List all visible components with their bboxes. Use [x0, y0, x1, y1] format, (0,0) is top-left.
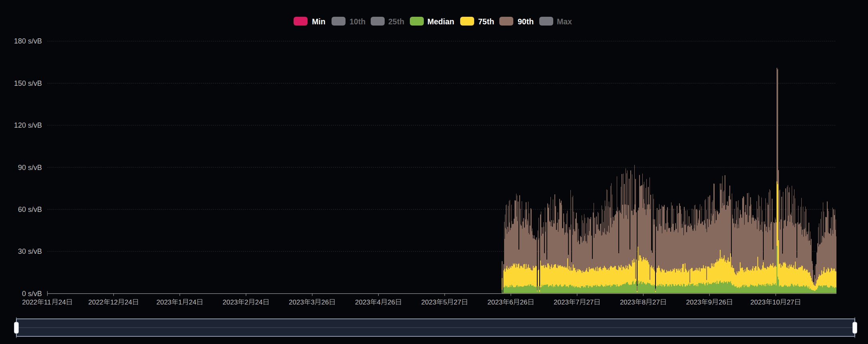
svg-text:2023: 2023 — [355, 299, 370, 306]
svg-text:30 s/vB: 30 s/vB — [18, 247, 42, 255]
svg-text:0 s/vB: 0 s/vB — [22, 290, 42, 298]
svg-text:27: 27 — [652, 299, 660, 306]
svg-text:6: 6 — [509, 299, 513, 306]
svg-text:2023: 2023 — [487, 299, 503, 306]
svg-text:27: 27 — [454, 299, 461, 306]
svg-text:75th: 75th — [478, 17, 494, 26]
svg-text:24: 24 — [125, 299, 132, 306]
svg-text:25th: 25th — [388, 17, 404, 26]
svg-text:27: 27 — [787, 299, 794, 306]
svg-text:120 s/vB: 120 s/vB — [14, 121, 42, 129]
svg-text:2: 2 — [244, 299, 248, 306]
svg-text:27: 27 — [586, 299, 594, 306]
svg-text:2023: 2023 — [751, 299, 766, 306]
svg-text:3: 3 — [311, 299, 314, 306]
svg-text:90 s/vB: 90 s/vB — [18, 164, 42, 172]
svg-text:2023: 2023 — [554, 299, 569, 306]
svg-text:24: 24 — [58, 299, 66, 306]
svg-text:10: 10 — [773, 299, 780, 306]
svg-text:90th: 90th — [518, 17, 534, 26]
svg-text:26: 26 — [321, 299, 329, 306]
svg-text:2022: 2022 — [22, 299, 37, 306]
svg-text:2023: 2023 — [222, 299, 238, 306]
svg-text:Median: Median — [427, 17, 454, 26]
svg-text:2023: 2023 — [686, 299, 701, 306]
svg-text:Min: Min — [312, 17, 326, 26]
svg-text:2022: 2022 — [88, 299, 103, 306]
svg-text:26: 26 — [387, 299, 395, 306]
svg-text:1: 1 — [178, 299, 182, 306]
svg-text:9: 9 — [708, 299, 711, 306]
svg-text:26: 26 — [719, 299, 726, 306]
svg-text:5: 5 — [443, 299, 447, 306]
svg-text:2023: 2023 — [157, 299, 172, 306]
svg-text:4: 4 — [377, 299, 381, 306]
svg-text:2023: 2023 — [620, 299, 635, 306]
svg-text:10th: 10th — [350, 17, 365, 26]
svg-text:60 s/vB: 60 s/vB — [18, 206, 42, 214]
svg-text:7: 7 — [576, 299, 579, 306]
svg-text:8: 8 — [642, 299, 646, 306]
svg-text:12: 12 — [110, 299, 118, 306]
svg-text:26: 26 — [520, 299, 528, 306]
svg-text:24: 24 — [189, 299, 197, 306]
svg-text:180 s/vB: 180 s/vB — [14, 37, 42, 45]
svg-text:Max: Max — [557, 17, 572, 26]
svg-text:150 s/vB: 150 s/vB — [14, 79, 42, 87]
svg-text:2023: 2023 — [289, 299, 304, 306]
svg-text:24: 24 — [255, 299, 263, 306]
svg-text:2023: 2023 — [421, 299, 437, 306]
svg-text:11: 11 — [44, 299, 51, 306]
